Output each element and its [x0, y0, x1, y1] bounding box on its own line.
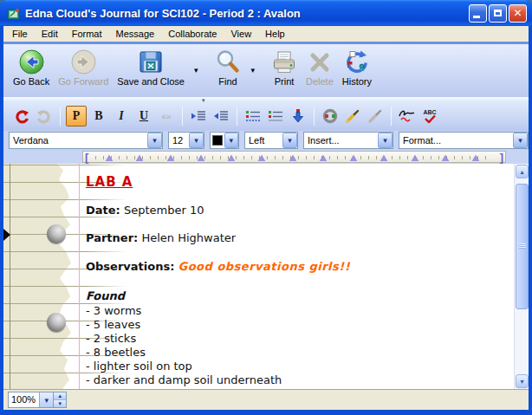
- italic-button[interactable]: I: [111, 106, 132, 126]
- right-indent-marker[interactable]: ]: [500, 151, 503, 164]
- partner-value: Helen Highwater: [141, 231, 236, 244]
- client-area: File Edit Format Message Collaborate Vie…: [3, 26, 529, 410]
- go-forward-button[interactable]: Go Forward: [54, 47, 113, 88]
- save-and-close-button[interactable]: Save and Close: [113, 47, 189, 88]
- decrease-indent-button[interactable]: [211, 106, 231, 126]
- font-color-select[interactable]: ▾: [210, 132, 239, 149]
- signature-button[interactable]: [397, 106, 418, 126]
- maximize-button[interactable]: [489, 4, 507, 23]
- tab-stop-marker[interactable]: [167, 155, 174, 161]
- found-item[interactable]: - 3 worms: [86, 304, 141, 317]
- tab-stop-marker[interactable]: [258, 155, 265, 161]
- tab-stop-marker[interactable]: [320, 155, 327, 161]
- editor-page[interactable]: LAB A Date: September 10 Partner: Helen …: [3, 164, 529, 389]
- zoom-dropdown-arrow-icon[interactable]: ▾: [39, 392, 53, 407]
- bold-button[interactable]: B: [88, 106, 109, 126]
- observations-line[interactable]: Observations: Good observations girls!!: [86, 260, 350, 273]
- tab-stops: [106, 155, 479, 161]
- bulleted-list-button[interactable]: [243, 106, 263, 126]
- spellcheck-button[interactable]: ABC: [419, 106, 440, 126]
- ruler-row: [ ]: [3, 150, 529, 164]
- find-dropdown-arrow-icon[interactable]: ▾: [245, 66, 260, 75]
- font-size-select[interactable]: 12 ▾: [168, 132, 204, 149]
- font-family-select[interactable]: Verdana ▾: [9, 132, 163, 149]
- minimize-button[interactable]: [469, 4, 487, 23]
- zoom-combo[interactable]: 100% ▾: [8, 392, 54, 408]
- increase-indent-button[interactable]: [188, 106, 209, 126]
- menu-file[interactable]: File: [5, 28, 35, 40]
- undo-button[interactable]: [11, 106, 32, 126]
- chevron-down-icon[interactable]: ▾: [189, 133, 204, 148]
- title-bar[interactable]: Edna Cloud's Journal for SCI102 - Period…: [0, 0, 532, 26]
- vertical-scrollbar[interactable]: ▴ ▾: [514, 164, 529, 389]
- partner-line[interactable]: Partner: Helen Highwater: [86, 231, 236, 244]
- scroll-up-button[interactable]: ▴: [516, 165, 529, 178]
- lab-heading[interactable]: LAB A: [86, 174, 133, 190]
- menu-message[interactable]: Message: [109, 28, 162, 40]
- left-indent-marker[interactable]: [: [85, 151, 88, 164]
- found-item[interactable]: - 5 leaves: [86, 318, 140, 331]
- tab-stop-marker[interactable]: [106, 155, 113, 161]
- tab-stop-marker[interactable]: [472, 155, 479, 161]
- go-back-button[interactable]: Go Back: [9, 47, 54, 88]
- plain-style-button[interactable]: P: [66, 106, 87, 126]
- sync-button[interactable]: [320, 106, 341, 126]
- date-label: Date:: [86, 204, 120, 217]
- menu-collaborate[interactable]: Collaborate: [161, 28, 224, 40]
- chevron-down-icon[interactable]: ▾: [513, 133, 528, 148]
- scrollbar-thumb[interactable]: [516, 184, 529, 309]
- format-painter-disabled-button[interactable]: [365, 106, 386, 126]
- ruler[interactable]: [ ]: [82, 151, 506, 163]
- zoom-spin-up-icon[interactable]: ▴: [54, 392, 66, 400]
- go-forward-label: Go Forward: [58, 76, 108, 87]
- partner-label: Partner:: [86, 231, 138, 244]
- redo-icon: [36, 109, 52, 124]
- found-item[interactable]: - darker and damp soil underneath: [86, 373, 282, 386]
- insert-select[interactable]: Insert... ▾: [303, 132, 393, 149]
- tab-stop-marker[interactable]: [412, 155, 418, 161]
- quote-button[interactable]: «»: [156, 106, 177, 126]
- scroll-down-button[interactable]: ▾: [516, 374, 529, 388]
- chevron-down-icon[interactable]: ▾: [147, 133, 162, 148]
- close-button[interactable]: ✕: [509, 4, 527, 23]
- numbered-list-button[interactable]: [265, 106, 286, 126]
- find-label: Find: [218, 76, 237, 87]
- maximize-icon: [494, 10, 502, 16]
- format-separator: [391, 107, 392, 126]
- format-select[interactable]: Format... ▾: [399, 132, 529, 149]
- found-item[interactable]: - 8 beetles: [86, 346, 146, 359]
- tab-stop-marker[interactable]: [136, 155, 143, 161]
- chevron-down-icon[interactable]: ▾: [378, 133, 393, 148]
- chevron-down-icon[interactable]: ▾: [282, 133, 297, 148]
- zoom-spinner[interactable]: ▴ ▾: [54, 392, 67, 408]
- chevron-down-icon[interactable]: ▾: [224, 133, 238, 148]
- tab-stop-marker[interactable]: [380, 155, 387, 161]
- format-painter-button[interactable]: [342, 106, 363, 126]
- zoom-spin-down-icon[interactable]: ▾: [54, 400, 66, 407]
- app-window: Edna Cloud's Journal for SCI102 - Period…: [0, 0, 532, 415]
- history-button[interactable]: History: [338, 47, 376, 88]
- found-item[interactable]: - lighter soil on top: [86, 360, 192, 373]
- redo-button[interactable]: [34, 106, 55, 126]
- main-toolbar: Go Back Go Forward: [3, 44, 529, 98]
- print-button[interactable]: Print: [267, 47, 302, 88]
- save-and-close-label: Save and Close: [117, 76, 185, 87]
- underline-button[interactable]: U: [133, 106, 154, 126]
- delete-button[interactable]: Delete: [302, 47, 338, 88]
- tab-stop-marker[interactable]: [289, 155, 296, 161]
- find-button[interactable]: Find: [210, 47, 245, 88]
- found-heading[interactable]: Found: [86, 289, 125, 302]
- save-dropdown-arrow-icon[interactable]: ▾: [189, 66, 204, 75]
- tab-stop-marker[interactable]: [442, 155, 449, 161]
- date-line[interactable]: Date: September 10: [86, 204, 204, 217]
- tab-stop-marker[interactable]: [228, 155, 235, 161]
- found-item[interactable]: - 2 sticks: [86, 332, 136, 345]
- tab-stop-marker[interactable]: [198, 155, 204, 161]
- menu-view[interactable]: View: [224, 28, 258, 40]
- menu-help[interactable]: Help: [258, 28, 292, 40]
- move-down-button[interactable]: [288, 106, 308, 126]
- menu-edit[interactable]: Edit: [35, 28, 65, 40]
- tab-stop-marker[interactable]: [350, 155, 357, 161]
- align-select[interactable]: Left ▾: [244, 132, 298, 149]
- menu-format[interactable]: Format: [65, 28, 109, 40]
